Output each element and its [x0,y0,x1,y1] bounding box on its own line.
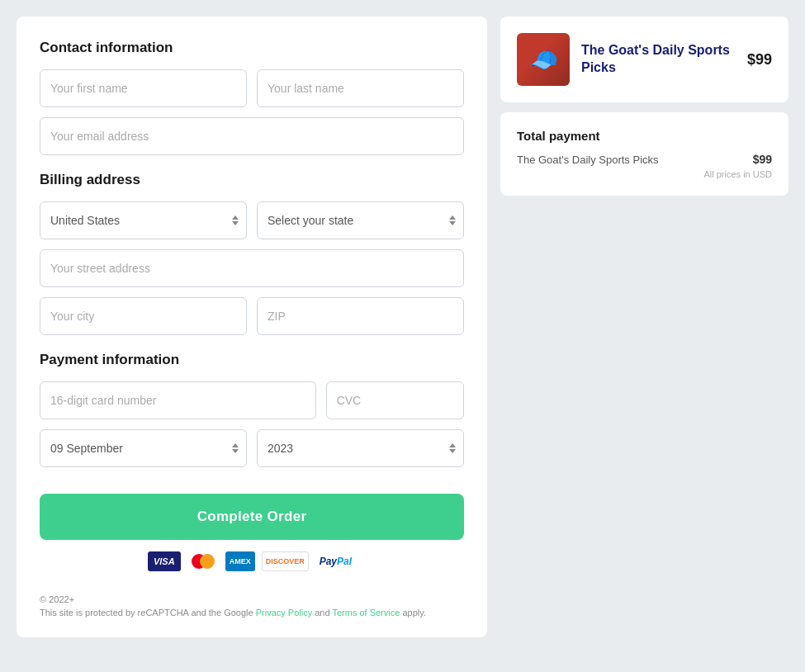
summary-item-price: $99 [753,153,772,166]
card-number-field [40,381,316,419]
summary-title: Total payment [517,129,772,143]
and-text: and [315,608,329,618]
footer: © 2022+ This site is protected by reCAPT… [40,594,464,618]
summary-card: Total payment The Goat's Daily Sports Pi… [500,112,788,196]
summary-row: The Goat's Daily Sports Picks $99 [517,153,772,166]
email-row [40,117,464,155]
email-input[interactable] [40,117,464,155]
month-year-row: 09 September 2023 [40,429,464,467]
cvc-field [326,381,464,419]
first-name-input[interactable] [40,69,247,107]
email-field [40,117,464,155]
product-price: $99 [747,51,772,69]
protection-text: This site is protected by reCAPTCHA and … [40,608,253,618]
month-select[interactable]: 09 September [40,429,247,467]
zip-input[interactable] [257,297,464,335]
person-icon: 🧢 [529,46,558,73]
street-row [40,249,464,287]
name-row [40,69,464,107]
city-field [40,297,247,335]
last-name-field [257,69,464,107]
year-select[interactable]: 2023 [257,429,464,467]
product-name: The Goat's Daily Sports Picks [581,42,736,77]
complete-order-button[interactable]: Complete Order [40,494,464,540]
country-field: United States [40,201,247,239]
contact-section: Contact information [40,40,464,155]
terms-service-link[interactable]: Terms of Service [332,608,400,618]
footer-links: This site is protected by reCAPTCHA and … [40,608,464,618]
city-zip-row [40,297,464,335]
product-image-inner: 🧢 [517,33,570,86]
payment-icons-row: VISA AMEX DISCOVER PayPal [40,551,464,571]
paypal-icon: PayPal [315,551,356,571]
city-input[interactable] [40,297,247,335]
discover-icon: DISCOVER [262,551,309,571]
zip-field [257,297,464,335]
summary-currency-note: All prices in USD [517,169,772,179]
payment-title: Payment information [40,352,464,368]
visa-icon: VISA [148,551,181,571]
summary-item-name: The Goat's Daily Sports Picks [517,154,659,166]
card-number-input[interactable] [40,381,316,419]
right-panel: 🧢 The Goat's Daily Sports Picks $99 Tota… [500,17,788,637]
product-image: 🧢 [517,33,570,86]
state-field: Select your state [257,201,464,239]
year-field: 2023 [257,429,464,467]
product-info: The Goat's Daily Sports Picks [581,42,736,77]
contact-title: Contact information [40,40,464,56]
cvc-input[interactable] [326,381,464,419]
copyright-text: © 2022+ [40,594,464,604]
country-select[interactable]: United States [40,201,247,239]
privacy-policy-link[interactable]: Privacy Policy [256,608,312,618]
country-state-row: United States Select your state [40,201,464,239]
month-field: 09 September [40,429,247,467]
last-name-input[interactable] [257,69,464,107]
mastercard-icon [187,551,219,571]
street-field [40,249,464,287]
billing-section: Billing address United States Select you… [40,172,464,335]
payment-section: Payment information 09 September [40,352,464,467]
product-card: 🧢 The Goat's Daily Sports Picks $99 [500,17,788,102]
first-name-field [40,69,247,107]
billing-title: Billing address [40,172,464,188]
page-wrapper: Contact information Billing address [0,0,805,654]
street-input[interactable] [40,249,464,287]
state-select[interactable]: Select your state [257,201,464,239]
apply-text: apply. [402,608,426,618]
left-panel: Contact information Billing address [17,17,487,637]
amex-icon: AMEX [225,551,255,571]
card-cvc-row [40,381,464,419]
